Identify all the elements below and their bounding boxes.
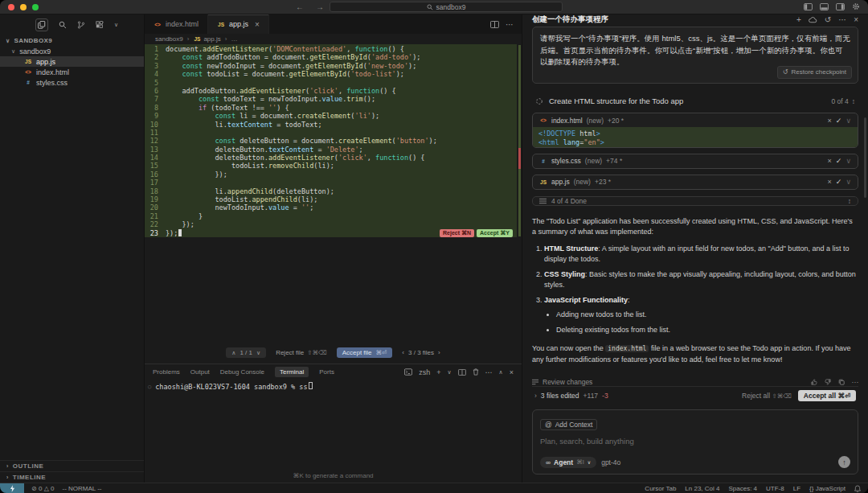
composer-placeholder[interactable]: Plan, search, build anything — [540, 437, 850, 446]
open-file-icon[interactable]: ∨ — [845, 117, 851, 125]
remote-indicator[interactable] — [0, 483, 24, 493]
chevron-left-icon[interactable]: ‹ — [402, 349, 404, 356]
split-editor-icon[interactable] — [490, 21, 499, 28]
diff-pager[interactable]: ∧ 1 / 1 ∨ — [226, 347, 266, 358]
thumbs-up-icon[interactable] — [811, 379, 817, 385]
file-card-header[interactable]: <> index.html (new) +20 * × ✓ ∨ — [533, 113, 858, 127]
inline-accept-button[interactable]: Accept ⌘Y — [477, 229, 513, 237]
maximize-panel-icon[interactable]: ∧ — [499, 369, 503, 376]
toggle-left-sidebar-icon[interactable] — [804, 3, 813, 10]
panel-tab-terminal[interactable]: Terminal — [275, 367, 309, 377]
chevron-down-icon[interactable]: ∨ — [114, 22, 118, 28]
panel-tab-debug-console[interactable]: Debug Console — [220, 368, 264, 376]
panel-tab-problems[interactable]: Problems — [153, 368, 180, 376]
status-cursor-tab[interactable]: Cursor Tab — [645, 485, 676, 492]
editor-pane[interactable]: 1document.addEventListener('DOMContentLo… — [145, 43, 522, 364]
reject-file-icon[interactable]: × — [828, 117, 832, 125]
thumbs-down-icon[interactable] — [825, 379, 831, 385]
status-ln-23-col-4[interactable]: Ln 23, Col 4 — [685, 485, 719, 492]
history-icon[interactable]: ↺ — [825, 15, 831, 24]
split-terminal-icon[interactable] — [458, 369, 466, 376]
status-utf-8[interactable]: UTF-8 — [766, 485, 784, 492]
search-icon[interactable] — [59, 21, 67, 29]
toggle-right-sidebar-icon[interactable] — [836, 3, 845, 10]
editor-tab-index.html[interactable]: <>index.html — [145, 14, 208, 34]
new-chat-icon[interactable]: + — [796, 15, 801, 24]
open-file-icon[interactable]: ∨ — [845, 178, 851, 186]
review-changes-button[interactable]: Review changes — [542, 378, 592, 386]
toggle-panel-icon[interactable] — [820, 3, 829, 10]
close-panel-icon[interactable]: × — [510, 368, 514, 376]
task-row[interactable]: Create HTML structure for the Todo app 0… — [532, 97, 858, 105]
agent-mode-selector[interactable]: ∞ Agent ⌘I ∨ — [540, 457, 596, 468]
breadcrumb-item[interactable]: sandbox9 — [155, 35, 183, 43]
reject-all-button[interactable]: Reject all ⇧⌘⌫ — [742, 392, 792, 400]
restore-checkpoint-button[interactable]: ↺ Restore checkpoint — [777, 66, 852, 79]
timeline-section[interactable]: ›TIMELINE — [0, 471, 144, 483]
close-chat-icon[interactable]: × — [854, 15, 858, 24]
chevron-up-icon[interactable]: ∧ — [231, 350, 235, 356]
inline-reject-button[interactable]: Reject ⌘N — [440, 229, 474, 237]
cloud-icon[interactable] — [809, 17, 817, 23]
settings-gear-icon[interactable] — [852, 2, 860, 10]
accept-file-icon[interactable]: ✓ — [836, 157, 842, 165]
breadcrumb-item[interactable]: … — [231, 35, 237, 43]
chat-composer[interactable]: @ Add Context Plan, search, build anythi… — [532, 409, 858, 475]
more-actions-icon[interactable]: ⋯ — [838, 15, 846, 24]
send-button[interactable]: ↑ — [838, 456, 850, 468]
command-center-search[interactable]: sandbox9 — [330, 2, 563, 12]
model-selector[interactable]: gpt-4o — [601, 458, 620, 466]
copy-icon[interactable] — [838, 379, 845, 385]
outline-section[interactable]: ›OUTLINE — [0, 460, 144, 471]
more-actions-icon[interactable]: ⋯ — [506, 20, 514, 29]
reject-file-button[interactable]: Reject file ⇧⌘⌫ — [276, 349, 327, 356]
chevron-right-icon[interactable]: › — [438, 349, 440, 356]
trash-icon[interactable] — [473, 368, 479, 376]
panel-tab-output[interactable]: Output — [190, 368, 210, 376]
chat-file-card-styles.css[interactable]: #styles.css(new)+74 *×✓∨ — [532, 154, 858, 169]
workspace-header[interactable]: ∨ SANDBOX9 — [0, 35, 144, 46]
file-list: JSapp.js<>index.html#styles.css — [0, 56, 144, 88]
problems-status[interactable]: ⊘ 0 △ 0 -- NORMAL -- — [31, 485, 102, 492]
chat-scrollbar[interactable] — [864, 117, 866, 198]
terminal-content[interactable]: ○ chaoshi@B-KL023VS7-1604 sandbox9 % ss — [145, 380, 522, 391]
chevron-updown-icon[interactable]: ↕ — [852, 97, 855, 105]
sidebar-file-styles.css[interactable]: #styles.css — [0, 77, 144, 88]
accept-file-icon[interactable]: ✓ — [836, 117, 842, 125]
new-terminal-icon[interactable]: + — [436, 368, 440, 376]
chevron-down-icon[interactable]: ∨ — [256, 350, 260, 356]
zoom-window-button[interactable] — [32, 4, 39, 10]
forward-arrow-icon[interactable]: → — [316, 0, 324, 14]
more-actions-icon[interactable]: ⋯ — [852, 378, 859, 386]
add-context-chip[interactable]: @ Add Context — [540, 419, 597, 430]
chat-file-card-app.js[interactable]: JSapp.js(new)+23 *×✓∨ — [532, 175, 858, 190]
minimize-window-button[interactable] — [20, 4, 27, 10]
editor-tab-app.js[interactable]: JSapp.js× — [208, 14, 269, 34]
terminal-dropdown-icon[interactable]: ∨ — [447, 369, 451, 376]
files-icon[interactable] — [35, 18, 48, 31]
breadcrumb-item[interactable]: JSapp.js — [193, 35, 220, 43]
reject-file-icon[interactable]: × — [828, 178, 832, 186]
accept-file-icon[interactable]: ✓ — [836, 178, 842, 186]
accept-all-button[interactable]: Accept all ⌘⏎ — [798, 390, 856, 401]
close-tab-icon[interactable]: × — [255, 20, 260, 29]
notifications-bell-icon[interactable] — [854, 485, 861, 492]
panel-tab-ports[interactable]: Ports — [319, 368, 334, 376]
source-control-icon[interactable] — [77, 21, 85, 29]
close-window-button[interactable] — [8, 4, 14, 10]
reject-file-icon[interactable]: × — [828, 157, 832, 165]
open-file-icon[interactable]: ∨ — [845, 157, 851, 165]
status-spaces-4[interactable]: Spaces: 4 — [728, 485, 757, 492]
chevron-updown-icon[interactable]: ↕ — [848, 197, 851, 205]
extensions-icon[interactable] — [96, 21, 104, 29]
sidebar-file-app.js[interactable]: JSapp.js — [0, 56, 144, 67]
status--javascript[interactable]: {} JavaScript — [809, 485, 845, 492]
tasks-done-row[interactable]: 4 of 4 Done ↕ — [532, 196, 858, 206]
more-actions-icon[interactable]: ⋯ — [485, 368, 493, 376]
folder-row[interactable]: ∨ sandbox9 — [0, 46, 144, 56]
status-lf[interactable]: LF — [793, 485, 800, 492]
chevron-right-icon[interactable]: › — [534, 392, 537, 400]
back-arrow-icon[interactable]: ← — [296, 0, 304, 14]
accept-file-button[interactable]: Accept file ⌘⏎ — [337, 347, 393, 358]
sidebar-file-index.html[interactable]: <>index.html — [0, 67, 144, 77]
